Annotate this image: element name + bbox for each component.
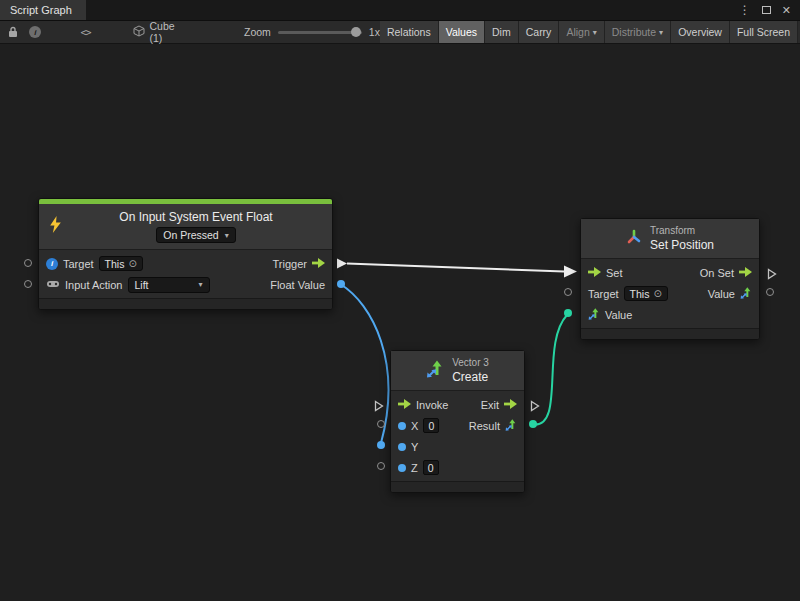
zoom-control: Zoom 1x [244,26,380,38]
titlebar: Script Graph ⋮ ✕ [0,0,800,21]
transform-on-set-port[interactable] [767,266,777,284]
x-port-dot[interactable] [398,422,406,430]
vector3-invoke-port[interactable] [374,398,384,416]
invoke-port-label: Invoke [416,399,448,411]
values-button[interactable]: Values [439,21,485,43]
transform-type-label: Transform [650,225,695,236]
event-node-title: On Input System Event Float [119,210,272,224]
event-target-port[interactable] [24,259,32,267]
transform-node-title: Set Position [650,238,714,252]
port-row-inputaction-floatvalue: Input Action Lift ▾ Float Value [39,274,332,295]
zoom-slider[interactable] [278,31,362,34]
kebab-menu-icon[interactable]: ⋮ [739,4,751,16]
connection-trigger-to-set [347,264,564,272]
transform-target-port[interactable] [564,288,572,296]
fullscreen-button[interactable]: Full Screen [730,21,798,43]
overview-button[interactable]: Overview [671,21,730,43]
transform-icon [626,229,642,249]
port-row-target-trigger: i Target This ⊙ Trigger [39,253,332,274]
flow-arrow-icon [398,399,411,411]
vector3-x-port[interactable] [377,420,385,428]
float-value-port-label: Float Value [270,279,325,291]
lock-icon[interactable] [2,21,24,43]
target-port-label: Target [588,288,619,300]
z-port-label: Z [411,462,418,474]
vector3-exit-port[interactable] [530,398,540,416]
close-icon[interactable]: ✕ [782,5,791,16]
port-row-value-in: Value [581,304,759,325]
transform-value-out-port[interactable] [766,288,774,296]
vector3-node-header: Vector 3 Create [391,351,524,390]
port-row-y: Y [391,436,524,457]
transform-value-in-port[interactable] [564,309,572,317]
z-value-field[interactable]: 0 [423,460,439,475]
vector3-node-title: Create [452,370,488,384]
object-picker-icon: ⊙ [128,258,136,269]
transform-node-footer [581,328,759,339]
window-controls: ⋮ ✕ [739,0,800,20]
maximize-icon[interactable] [762,6,771,14]
caret-down-icon: ▾ [198,280,202,289]
transform-node-body: Set On Set Target This ⊙ [581,258,759,328]
x-value-field[interactable]: 0 [423,418,439,433]
z-port-dot[interactable] [398,464,406,472]
event-float-value-port[interactable] [337,280,345,288]
vector3-icon [426,360,444,382]
node-transform-set-position[interactable]: Transform Set Position Set On Set [580,218,760,340]
vector3-mini-icon [588,308,600,322]
graph-context[interactable]: Cube (1) [133,20,186,44]
titlebar-spacer [86,0,739,20]
port-row-z: Z 0 [391,457,524,478]
object-picker-icon: ⊙ [653,288,661,299]
object-type-icon: i [46,258,58,270]
event-mode-dropdown[interactable]: On Pressed ▾ [156,227,235,243]
carry-button[interactable]: Carry [519,21,560,43]
vector3-type-label: Vector 3 [452,357,489,368]
input-action-port-label: Input Action [65,279,123,291]
info-icon[interactable]: i [24,21,46,43]
caret-down-icon: ▾ [659,28,663,37]
vector3-z-port[interactable] [377,462,385,470]
flow-arrow-icon [739,267,752,279]
vector3-y-port[interactable] [377,441,385,449]
trigger-port-label: Trigger [273,258,307,270]
target-port-label: Target [63,258,94,270]
vector3-node-body: Invoke Exit X 0 [391,390,524,481]
trigger-out-arrow [337,259,347,269]
connection-arrowhead [564,266,577,278]
flow-arrow-icon [312,258,325,270]
caret-down-icon: ▾ [225,231,229,240]
lightning-icon [49,216,62,237]
node-on-input-system-event-float[interactable]: On Input System Event Float On Pressed ▾… [38,198,333,310]
set-port-label: Set [606,267,623,279]
graph-canvas[interactable]: On Input System Event Float On Pressed ▾… [0,44,800,601]
target-value-pill[interactable]: This ⊙ [624,286,668,301]
script-graph-window: Script Graph ⋮ ✕ i <> Cube (1) Zoom [0,0,800,601]
distribute-button[interactable]: Distribute▾ [605,21,671,43]
vector3-node-footer [391,481,524,492]
gamepad-icon [46,279,60,291]
cube-icon [133,25,145,39]
vector3-result-port[interactable] [529,420,537,428]
caret-down-icon: ▾ [593,28,597,37]
transform-node-header: Transform Set Position [581,219,759,258]
port-row-x-result: X 0 Result [391,415,524,436]
flow-arrow-icon [588,267,601,279]
graph-toolbar: i <> Cube (1) Zoom 1x Relations Values D… [0,21,800,44]
zoom-slider-knob[interactable] [351,27,361,37]
align-button[interactable]: Align▾ [559,21,604,43]
value-out-port-label: Value [708,288,735,300]
tab-script-graph[interactable]: Script Graph [0,0,86,20]
input-action-dropdown[interactable]: Lift ▾ [128,277,210,293]
y-port-dot[interactable] [398,443,406,451]
vector3-mini-icon [505,419,517,433]
node-vector3-create[interactable]: Vector 3 Create Invoke Exit [390,350,525,493]
code-view-icon[interactable]: <> [74,21,96,43]
exit-port-label: Exit [481,399,499,411]
event-input-action-port[interactable] [24,280,32,288]
dim-button[interactable]: Dim [485,21,519,43]
target-value-pill[interactable]: This ⊙ [99,256,143,271]
vector3-mini-icon [740,287,752,301]
relations-button[interactable]: Relations [380,21,439,43]
context-label: Cube (1) [150,20,186,44]
